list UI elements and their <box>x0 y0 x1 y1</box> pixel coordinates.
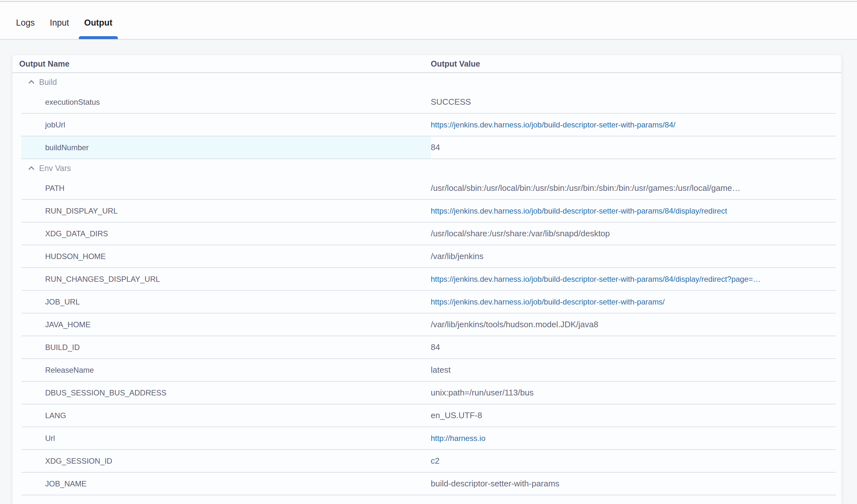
output-name-cell[interactable]: XDG_DATA_DIRS <box>21 222 431 245</box>
tab-output[interactable]: Output <box>79 2 118 39</box>
group-header-cell: Env Vars <box>21 159 431 177</box>
output-name-label: ReleaseName <box>45 366 94 375</box>
tab-logs[interactable]: Logs <box>11 2 40 39</box>
table-row[interactable]: Url http://harness.io <box>21 427 836 450</box>
output-name-cell[interactable]: HUDSON_HOME <box>21 245 431 267</box>
output-name-label: LANG <box>45 411 66 420</box>
group-label: Build <box>39 78 57 87</box>
tab-input[interactable]: Input <box>45 2 74 39</box>
output-value-cell: 84 <box>431 342 836 352</box>
column-header-output-value: Output Value <box>431 59 480 68</box>
output-name-label: RUN_CHANGES_DISPLAY_URL <box>45 275 160 284</box>
table-row[interactable]: PATH /usr/local/sbin:/usr/local/bin:/usr… <box>21 177 836 200</box>
output-name-cell[interactable]: XDG_SESSION_ID <box>21 450 431 472</box>
output-value-link[interactable]: https://jenkins.dev.harness.io/job/build… <box>431 120 675 129</box>
chevron-up-icon[interactable] <box>27 164 36 172</box>
group-header-cell: Build <box>21 73 431 91</box>
output-name-cell[interactable]: LANG <box>21 404 431 426</box>
output-value-link[interactable]: https://jenkins.dev.harness.io/job/build… <box>431 298 665 306</box>
output-name-cell[interactable]: JOB_URL <box>21 291 431 313</box>
output-name-cell[interactable]: buildNumber <box>21 136 431 158</box>
output-name-label: XDG_DATA_DIRS <box>45 229 108 238</box>
output-value-cell: http://harness.io <box>431 433 836 443</box>
table-row[interactable]: buildNumber 84 <box>21 136 836 159</box>
output-name-cell[interactable]: BUILD_ID <box>21 336 431 358</box>
output-name-label: jobUrl <box>45 120 65 129</box>
table-row[interactable]: JAVA_HOME /var/lib/jenkins/tools/hudson.… <box>21 314 836 336</box>
output-name-cell[interactable]: Url <box>21 427 431 449</box>
output-value-cell: en_US.UTF-8 <box>431 410 836 420</box>
chevron-up-icon[interactable] <box>27 78 36 86</box>
output-value-cell: 84 <box>431 142 836 152</box>
table-row[interactable]: executionStatus SUCCESS <box>21 91 836 114</box>
output-name-cell[interactable]: ReleaseName <box>21 359 431 381</box>
output-name-label: JOB_URL <box>45 298 80 306</box>
output-name-cell[interactable]: jobUrl <box>21 114 431 136</box>
output-name-label: XDG_SESSION_ID <box>45 457 112 466</box>
output-value-cell: https://jenkins.dev.harness.io/job/build… <box>431 274 836 284</box>
output-name-label: BUILD_ID <box>45 343 80 352</box>
output-value-cell: /usr/local/sbin:/usr/local/bin:/usr/sbin… <box>431 183 836 193</box>
output-name-cell[interactable]: JOB_NAME <box>21 473 431 495</box>
output-value-cell: SUCCESS <box>431 97 836 107</box>
output-value-cell: /usr/local/share:/usr/share:/var/lib/sna… <box>431 229 836 238</box>
output-value-cell: unix:path=/run/user/113/bus <box>431 388 836 398</box>
output-name-label: HUDSON_HOME <box>45 252 106 261</box>
table-row[interactable]: jobUrl https://jenkins.dev.harness.io/jo… <box>21 114 836 136</box>
table-row[interactable]: BUILD_ID 84 <box>21 336 836 359</box>
group-label: Env Vars <box>39 164 71 173</box>
output-name-label: buildNumber <box>45 143 89 152</box>
output-value-link[interactable]: https://jenkins.dev.harness.io/job/build… <box>431 275 761 283</box>
table-header-row: Output Name Output Value <box>13 55 841 73</box>
table-row[interactable]: XDG_SESSION_ID c2 <box>21 450 836 473</box>
output-name-cell[interactable]: DBUS_SESSION_BUS_ADDRESS <box>21 382 431 404</box>
output-name-cell[interactable]: RUN_DISPLAY_URL <box>21 200 431 222</box>
output-value-cell: https://jenkins.dev.harness.io/job/build… <box>431 297 836 307</box>
group-header-row[interactable]: Build <box>21 73 836 91</box>
output-name-label: PATH <box>45 184 64 193</box>
output-value-cell: https://jenkins.dev.harness.io/job/build… <box>431 206 836 216</box>
output-value-cell: /var/lib/jenkins/tools/hudson.model.JDK/… <box>431 320 836 330</box>
output-value-cell: latest <box>431 365 836 375</box>
output-name-label: RUN_DISPLAY_URL <box>45 206 118 216</box>
output-value-link[interactable]: http://harness.io <box>431 434 486 442</box>
output-value-cell: build-descriptor-setter-with-params <box>431 479 836 489</box>
table-row[interactable]: RUN_CHANGES_DISPLAY_URL https://jenkins.… <box>21 268 836 291</box>
output-value-link[interactable]: https://jenkins.dev.harness.io/job/build… <box>431 206 727 215</box>
output-name-label: executionStatus <box>45 98 100 107</box>
table-row[interactable]: DBUS_SESSION_BUS_ADDRESS unix:path=/run/… <box>21 382 836 404</box>
table-row[interactable]: XDG_DATA_DIRS /usr/local/share:/usr/shar… <box>21 222 836 245</box>
table-row[interactable]: ReleaseName latest <box>21 359 836 382</box>
table-row[interactable]: JOB_NAME build-descriptor-setter-with-pa… <box>21 473 836 495</box>
output-name-cell[interactable]: JAVA_HOME <box>21 314 431 336</box>
table-row[interactable]: HUDSON_HOME /var/lib/jenkins <box>21 245 836 268</box>
table-body: Build executionStatus SUCCESS jobUrl htt… <box>13 73 841 495</box>
output-name-label: JOB_NAME <box>45 480 86 488</box>
output-name-label: DBUS_SESSION_BUS_ADDRESS <box>45 388 167 397</box>
table-row[interactable]: RUN_DISPLAY_URL https://jenkins.dev.harn… <box>21 200 836 222</box>
output-name-label: JAVA_HOME <box>45 320 91 329</box>
output-value-cell: https://jenkins.dev.harness.io/job/build… <box>431 120 836 130</box>
column-header-output-name: Output Name <box>19 59 431 68</box>
group-header-row[interactable]: Env Vars <box>21 159 836 177</box>
output-name-cell[interactable]: RUN_CHANGES_DISPLAY_URL <box>21 268 431 290</box>
output-table-card: Output Name Output Value Build execution… <box>13 55 841 504</box>
output-name-cell[interactable]: PATH <box>21 177 431 199</box>
output-name-cell[interactable]: executionStatus <box>21 91 431 113</box>
table-row[interactable]: LANG en_US.UTF-8 <box>21 404 836 427</box>
tab-bar: Logs Input Output <box>0 1 857 40</box>
table-row[interactable]: JOB_URL https://jenkins.dev.harness.io/j… <box>21 291 836 314</box>
output-name-label: Url <box>45 434 55 443</box>
output-value-cell: /var/lib/jenkins <box>431 251 836 261</box>
output-value-cell: c2 <box>431 456 836 466</box>
